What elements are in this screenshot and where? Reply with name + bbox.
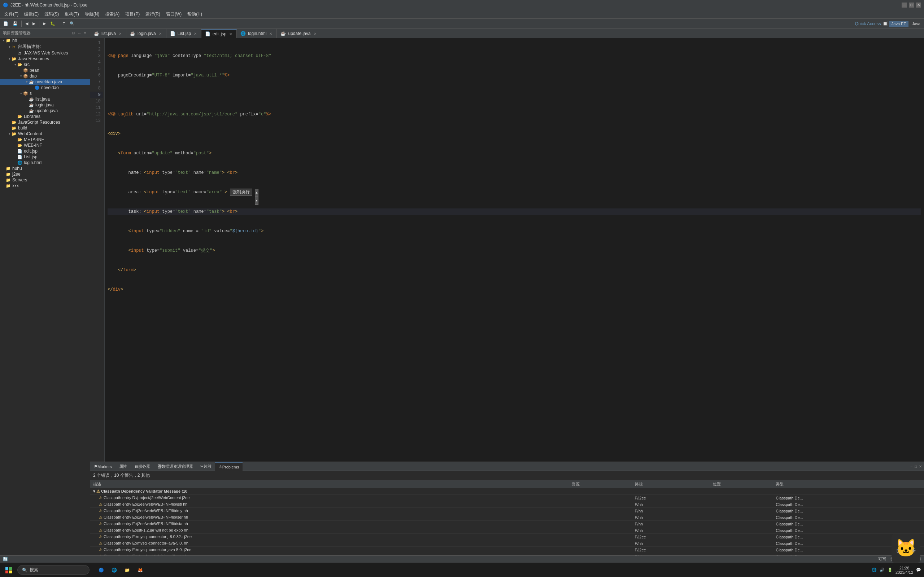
tab-markers[interactable]: ⚑ Markers [90,462,115,471]
tab-servers[interactable]: 🖥 服务器 [131,462,154,471]
code-editor[interactable]: 1 2 3 4 5 6 7 8 9 10 11 12 13 <%@ page l… [90,38,924,462]
tree-item-huhu[interactable]: 📁 huhu [0,166,90,171]
table-row[interactable]: ▾ ⚠ Classpath Dependency Validator Messa… [90,488,924,495]
table-row[interactable]: ⚠ Classpath entry E:/jstl-1.2.jar will n… [90,527,924,534]
tree-item-list-java[interactable]: ☕ list.java [0,96,90,102]
table-row[interactable]: ⚠ Classpath entry E:/mysql-connector-j-8… [90,534,924,540]
tree-item-web-inf[interactable]: 📂 WEB-INF [0,142,90,148]
tab-datasource[interactable]: 🗄 数据源资源管理器 [154,462,197,471]
tree-item-servers[interactable]: 📁 Servers [0,177,90,183]
table-row[interactable]: ⚠ Classpath entry D:/project/j2ee/WebCon… [90,495,924,501]
menu-navigate[interactable]: 导航(N) [82,10,102,18]
search-toolbar-button[interactable]: 🔍 [68,20,76,27]
table-row[interactable]: ⚠ Classpath entry E:/j2ee/web/WEB-INF/li… [90,521,924,527]
tree-item-hh[interactable]: ▾ 📁 hh [0,37,90,43]
collapse-all-button[interactable]: ⊟ [71,31,76,35]
table-row[interactable]: ⚠ Classpath entry E:/j2ee/web/WEB-INF/li… [90,501,924,508]
tab-label: Problems [222,465,239,469]
tree-item-dao[interactable]: ▾ 📦 dao [0,73,90,79]
run-button[interactable]: ▶ [41,20,48,27]
tab-close[interactable]: ✕ [193,31,197,36]
menu-refactor[interactable]: 重构(T) [62,10,82,18]
tab-login-html[interactable]: 🌐 login.html ✕ [237,29,277,38]
menu-edit[interactable]: 编辑(E) [21,10,42,18]
taskbar-eclipse-icon[interactable]: 🔵 [95,564,107,576]
debug-button[interactable]: 🐛 [48,20,57,27]
tab-close[interactable]: ✕ [268,31,273,36]
tree-item-src[interactable]: ▾ 📂 src [0,62,90,68]
taskbar-edge-icon[interactable]: 🌐 [108,564,120,576]
tab-snippets[interactable]: ✂ 片段 [197,462,215,471]
tree-item-build[interactable]: 📂 build [0,125,90,131]
tab-close[interactable]: ✕ [228,32,233,36]
taskbar-files-icon[interactable]: 📁 [121,564,133,576]
table-row[interactable]: ⚠ Classpath entry E:/mysql-connector-jav… [90,547,924,553]
tree-item-update-java[interactable]: ☕ update.java [0,108,90,114]
code-content[interactable]: <%@ page language="java" contentType="te… [105,38,924,462]
close-panel-button[interactable]: ✕ [918,464,922,469]
new-button[interactable]: 📄 [2,20,10,27]
menu-search[interactable]: 搜索(A) [102,10,122,18]
table-cell-location [710,495,773,501]
view-menu-button[interactable]: ▾ [83,31,87,35]
menu-file[interactable]: 文件(F) [2,10,21,18]
line-num-3: 3 [90,53,103,59]
tab-label: 数据源资源管理器 [162,464,193,469]
problems-panel: 2 个错误，10 个警告，2 其他 描述 资源 路径 位置 类型 [90,471,924,555]
maximize-button[interactable]: □ [909,3,914,8]
tree-item-webcontent[interactable]: ▾ 📂 WebContent [0,131,90,137]
table-row[interactable]: ⚠ Classpath entry E:/j2ee/web/WEB-INF/li… [90,508,924,514]
tree-item-libraries[interactable]: 📂 Libraries [0,114,90,119]
taskbar-search[interactable]: 🔍 搜索 [17,565,89,575]
tab-close[interactable]: ✕ [313,31,317,36]
tree-item-deploy[interactable]: ▾ 🗂 部署描述符: [0,43,90,50]
tree-item-j2ee[interactable]: 📁 j2ee [0,171,90,177]
quick-access-area[interactable]: Quick Access 🔲 Java EE Java [855,21,922,27]
tree-item-login-java[interactable]: ☕ login.java [0,102,90,108]
start-button[interactable] [3,564,15,576]
tree-item-js-resources[interactable]: 📂 JavaScript Resources [0,119,90,125]
tree-item-noveldao-java[interactable]: ▾ ☕ noveldao.java [0,79,90,85]
open-type-button[interactable]: T [61,21,67,27]
tab-close[interactable]: ✕ [158,31,162,36]
tree-label: Servers [12,177,27,182]
table-row[interactable]: ⚠ Classpath entry E:/j2ee/web/WEB-INF/li… [90,514,924,521]
menu-help[interactable]: 帮助(H) [184,10,205,18]
menu-window[interactable]: 窗口(W) [163,10,184,18]
tree-item-s[interactable]: ▾ 📦 s [0,90,90,96]
tree-item-edit-jsp[interactable]: 📄 edit.jsp [0,148,90,154]
java-perspective[interactable]: Java [910,21,922,27]
tab-login-java[interactable]: ☕ login.java ✕ [126,29,166,38]
menu-run[interactable]: 运行(R) [142,10,163,18]
menu-source[interactable]: 源码(S) [42,10,62,18]
tree-item-jax[interactable]: 🗂 JAX-WS Web Services [0,50,90,56]
tree-item-bean[interactable]: 📦 bean [0,68,90,73]
taskbar-app-icon[interactable]: 🦊 [134,564,146,576]
tab-edit-jsp[interactable]: 📄 edit.jsp ✕ [201,29,237,38]
minimize-panel-button[interactable]: – [909,464,913,469]
table-row[interactable]: ⚠ Classpath entry E:/mysql-connector-jav… [90,540,924,547]
tree-item-meta-inf[interactable]: 📂 META-INF [0,137,90,142]
save-button[interactable]: 💾 [11,20,19,27]
link-editor-button[interactable]: ↔ [76,31,82,35]
tree-item-login-html[interactable]: 🌐 login.html [0,160,90,166]
tab-update-java[interactable]: ☕ update.java ✕ [277,29,321,38]
tree-item-xxx[interactable]: 📁 xxx [0,183,90,189]
tab-list-jsp[interactable]: 📄 List.jsp ✕ [166,29,201,38]
java-ee-perspective[interactable]: Java EE [889,21,908,27]
tree-item-java-resources[interactable]: ▾ 📂 Java Resources [0,56,90,62]
tab-properties[interactable]: 属性 [115,462,131,471]
tab-close[interactable]: ✕ [118,31,122,36]
menu-project[interactable]: 项目(P) [122,10,142,18]
back-button[interactable]: ◀ [23,20,30,27]
close-button[interactable]: ✕ [916,3,921,8]
tree-item-noveldao[interactable]: 🔵 noveldao [0,85,90,90]
tab-problems[interactable]: ⚠ Problems [215,462,242,471]
system-clock[interactable]: 21:28 2023/4/12 [895,566,913,574]
title-bar-controls[interactable]: ─ □ ✕ [901,3,921,8]
tree-item-list-jsp[interactable]: 📄 List.jsp [0,154,90,160]
maximize-panel-button[interactable]: □ [914,464,918,469]
tab-list-java[interactable]: ☕ list.java ✕ [90,29,126,38]
minimize-button[interactable]: ─ [901,3,907,8]
forward-button[interactable]: ▶ [31,20,37,27]
